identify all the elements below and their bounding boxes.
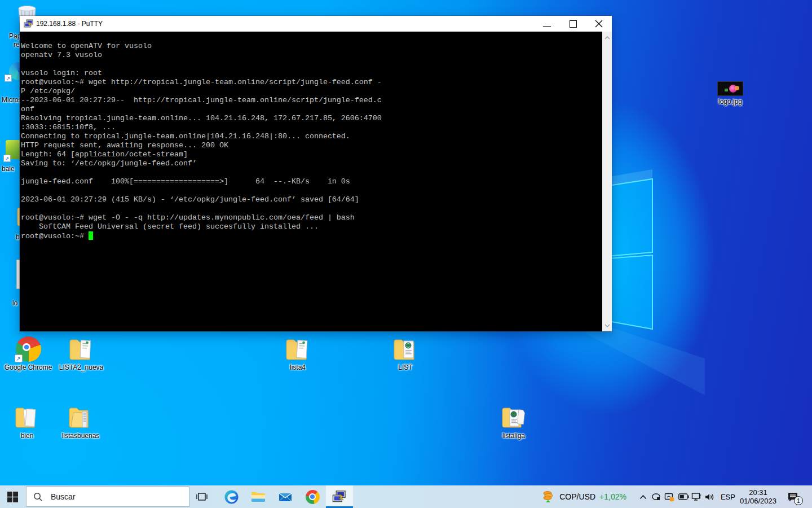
taskbar-chrome-button[interactable] [299, 485, 326, 508]
edge-icon [224, 490, 239, 504]
terminal-line: Welcome to openATV for vusolo [21, 42, 602, 51]
taskbar-file-explorer-button[interactable] [245, 485, 272, 508]
mail-icon [278, 489, 293, 504]
notification-badge: 1 [794, 496, 803, 505]
folder-globe-doc-icon [501, 405, 527, 430]
listasbuenas-label: listasbuenas [62, 432, 100, 440]
terminal-line: HTTP request sent, awaiting response... … [21, 141, 602, 150]
desktop-icon-list[interactable]: LIST [379, 336, 431, 371]
terminal-line: Saving to: ‘/etc/opkg/jungle-feed.conf’ [21, 159, 602, 168]
terminal-line: Length: 64 [application/octet-stream] [21, 150, 602, 159]
terminal-line: root@vusolo:~# [21, 231, 602, 240]
coins-icon [542, 490, 555, 503]
search-icon [33, 492, 43, 502]
folder-papers-icon [14, 405, 40, 430]
ticker-pair: COP/USD [559, 492, 595, 501]
tray-volume-icon[interactable] [705, 493, 716, 501]
terminal-line: --2023-06-01 20:27:29-- http://tropical.… [21, 96, 602, 105]
terminal-line: Connecting to tropical.jungle-team.onlin… [21, 132, 602, 141]
terminal-line: Resolving tropical.jungle-team.online...… [21, 114, 602, 123]
clock-time: 20:31 [740, 488, 776, 497]
scroll-down-arrow[interactable] [602, 321, 612, 330]
terminal-line: 2023-06-01 20:27:29 (415 KB/s) - ‘/etc/o… [21, 195, 602, 204]
desktop-icon-lista4[interactable]: lista4 [272, 336, 324, 371]
desktop-icon-bien[interactable]: bien [1, 405, 53, 440]
taskbar-edge-button[interactable] [218, 485, 245, 508]
desktop-icon-logo-jpg[interactable]: logo.jpg [704, 81, 756, 106]
taskbar: Buscar [0, 485, 812, 508]
terminal-line [21, 204, 602, 213]
chrome-label: Google Chrome [5, 364, 52, 371]
terminal-line: vusolo login: root [21, 69, 602, 78]
terminal-line: onf [21, 105, 602, 114]
image-thumbnail-icon [717, 81, 743, 96]
terminal-line [21, 33, 602, 42]
putty-titlebar[interactable]: 192.168.1.88 - PuTTY [20, 16, 612, 32]
folder-striped-doc-icon [68, 405, 94, 430]
search-placeholder: Buscar [51, 492, 76, 501]
putty-icon [332, 489, 347, 504]
terminal-line: SoftCAM Feed Universal (secret feed) suc… [21, 222, 602, 231]
terminal-cursor [89, 231, 93, 240]
lista4-label: lista4 [290, 364, 306, 371]
shortcut-arrow-icon: ↗ [5, 75, 12, 82]
logo-jpg-label: logo.jpg [718, 98, 742, 106]
currency-ticker[interactable]: COP/USD +1,02% [542, 490, 626, 503]
desktop-icon-lista2-nueva[interactable]: LISTA2_nueva [55, 336, 107, 371]
terminal-line: :3033::6815:10f8, ... [21, 123, 602, 132]
start-button[interactable] [0, 485, 25, 508]
task-view-icon [196, 491, 208, 502]
taskbar-putty-button[interactable] [326, 485, 353, 508]
tray-network-icon[interactable] [691, 492, 701, 501]
folder-globe-doc-icon [392, 336, 418, 362]
terminal-line [21, 60, 602, 69]
maximize-button[interactable] [562, 16, 584, 32]
windows-start-icon [7, 492, 18, 502]
tray-battery-icon[interactable] [678, 493, 689, 500]
tray-overflow-chevron[interactable] [639, 494, 647, 500]
minimize-button[interactable] [536, 16, 558, 32]
tray-cast-icon[interactable] [664, 492, 674, 502]
close-button[interactable] [588, 16, 610, 32]
terminal-line: P /etc/opkg/ [21, 87, 602, 96]
terminal-line [21, 186, 602, 195]
desktop-icon-listasbuenas[interactable]: listasbuenas [55, 405, 107, 440]
tray-meet-icon[interactable] [651, 492, 661, 502]
ticker-change: +1,02% [599, 492, 626, 501]
list-label: LIST [398, 364, 412, 371]
putty-icon [24, 19, 34, 29]
terminal-scrollbar[interactable] [602, 32, 612, 331]
putty-window: 192.168.1.88 - PuTTY Welcome to openATV … [20, 16, 612, 331]
bale-label: bale [2, 165, 15, 173]
shortcut-arrow-icon: ↗ [15, 354, 23, 362]
taskbar-mail-button[interactable] [272, 485, 299, 508]
desktop-icon-google-chrome[interactable]: ↗ Google Chrome [2, 336, 54, 371]
folder-doc-icon [68, 336, 94, 362]
terminal-line: root@vusolo:~# wget http://tropical.jung… [21, 78, 602, 87]
terminal-line: openatv 7.3 vusolo [21, 51, 602, 60]
folder-doc-icon [285, 336, 311, 362]
listaliga-label: listaliga [502, 432, 525, 440]
system-tray: COP/USD +1,02% [542, 485, 812, 508]
window-title: 192.168.1.88 - PuTTY [36, 20, 103, 28]
file-explorer-icon [251, 489, 266, 504]
search-box[interactable]: Buscar [26, 487, 189, 507]
terminal-line: jungle-feed.conf 100%[==================… [21, 177, 602, 186]
task-view-button[interactable] [189, 485, 214, 508]
terminal-line: root@vusolo:~# wget -O - -q http://updat… [21, 213, 602, 222]
scroll-up-arrow[interactable] [602, 33, 612, 42]
terminal-line [21, 168, 602, 177]
notification-center-button[interactable]: 1 [780, 485, 805, 508]
b-label: b [16, 233, 20, 241]
clock-date: 01/06/2023 [740, 497, 776, 505]
lo-label: lo [12, 299, 17, 307]
language-indicator[interactable]: ESP [721, 493, 735, 501]
bien-label: bien [21, 432, 34, 440]
terminal-output[interactable]: Welcome to openATV for vusoloopenatv 7.3… [20, 32, 602, 331]
desktop-icon-listaliga[interactable]: listaliga [488, 405, 540, 440]
shortcut-arrow-icon: ↗ [3, 155, 11, 162]
lista2-nueva-label: LISTA2_nueva [59, 364, 104, 371]
clock[interactable]: 20:31 01/06/2023 [740, 488, 776, 505]
